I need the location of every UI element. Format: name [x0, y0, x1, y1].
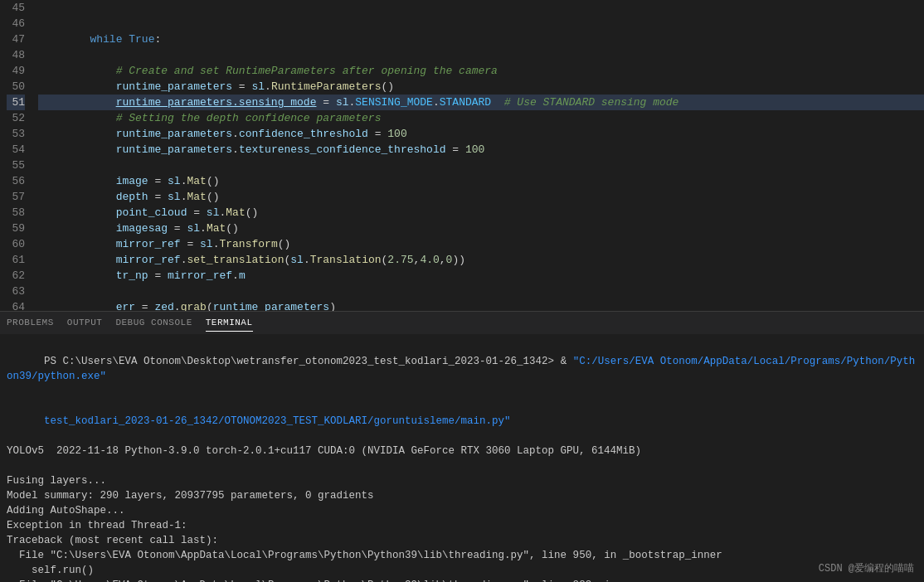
- terminal-yolo-line: YOLOv5 2022-11-18 Python-3.9.0 torch-2.0…: [7, 444, 917, 458]
- code-line: [38, 16, 924, 32]
- code-line: runtime_parameters.confidence_threshold …: [38, 126, 924, 142]
- terminal-blank: [7, 458, 917, 473]
- code-line: mirror_ref = sl.Transform(): [38, 236, 924, 252]
- code-line: # Create and set RuntimeParameters after…: [38, 63, 924, 79]
- code-line: mirror_ref.set_translation(sl.Translatio…: [38, 252, 924, 268]
- tab-terminal[interactable]: TERMINAL: [206, 314, 253, 332]
- code-line: depth = sl.Mat(): [38, 189, 924, 205]
- code-line: [38, 47, 924, 63]
- terminal-wrapper: PS C:\Users\EVA Otonom\Desktop\wetransfe…: [0, 334, 924, 582]
- terminal-exception: Exception in thread Thread-1:: [7, 518, 917, 533]
- terminal-model: Model summary: 290 layers, 20937795 para…: [7, 488, 917, 503]
- code-line: tr_np = mirror_ref.m: [38, 268, 924, 284]
- tab-debug-console[interactable]: DEBUG CONSOLE: [115, 314, 192, 332]
- code-lines: while True: # Create and set RuntimePara…: [35, 0, 924, 311]
- code-line: imagesag = sl.Mat(): [38, 221, 924, 236]
- tab-output[interactable]: OUTPUT: [67, 314, 103, 332]
- code-line: [38, 158, 924, 173]
- code-line: point_cloud = sl.Mat(): [38, 205, 924, 221]
- terminal-file2: File "C:\Users\EVA Otonom\AppData\Local\…: [7, 578, 917, 582]
- tab-problems[interactable]: PROBLEMS: [7, 314, 54, 332]
- terminal-prompt-line: PS C:\Users\EVA Otonom\Desktop\wetransfe…: [7, 339, 917, 399]
- code-line: err = zed.grab(runtime_parameters): [38, 299, 924, 311]
- terminal-self-run: self.run(): [7, 563, 917, 578]
- csdn-watermark: CSDN @爱编程的喵喵: [819, 561, 914, 575]
- panel-tabs: PROBLEMS OUTPUT DEBUG CONSOLE TERMINAL: [0, 311, 924, 334]
- code-line: [38, 0, 924, 16]
- code-line: runtime_parameters.textureness_confidenc…: [38, 142, 924, 158]
- terminal-fusing: Fusing layers...: [7, 473, 917, 488]
- terminal-file1: File "C:\Users\EVA Otonom\AppData\Local\…: [7, 548, 917, 563]
- code-line: image = sl.Mat(): [38, 173, 924, 189]
- editor-area: 45 46 47 48 49 50 51 52 53 54 55 56 57 5…: [0, 0, 924, 311]
- terminal-autoshape: Adding AutoShape...: [7, 503, 917, 518]
- terminal-traceback: Traceback (most recent call last):: [7, 533, 917, 548]
- line-numbers: 45 46 47 48 49 50 51 52 53 54 55 56 57 5…: [0, 0, 35, 311]
- code-line-51: runtime_parameters.sensing_mode = sl.SEN…: [38, 95, 924, 110]
- code-line: [38, 284, 924, 299]
- code-line: while True:: [38, 32, 924, 47]
- terminal-script-line: test_kodlari_2023-01-26_1342/OTONOM2023_…: [7, 399, 917, 444]
- code-line: runtime_parameters = sl.RuntimeParameter…: [38, 79, 924, 95]
- code-line: # Setting the depth confidence parameter…: [38, 110, 924, 126]
- terminal-area[interactable]: PS C:\Users\EVA Otonom\Desktop\wetransfe…: [0, 334, 924, 582]
